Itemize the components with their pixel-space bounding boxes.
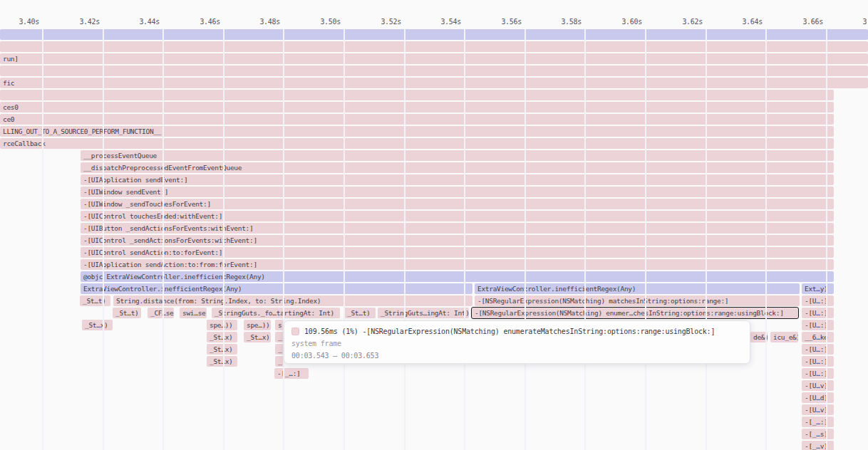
- flame-bar[interactable]: __processEventQueue: [81, 150, 834, 161]
- time-gridline: [706, 29, 707, 450]
- flame-bar[interactable]: @objc ExtraViewController.inefficientReg…: [81, 271, 834, 282]
- instruments-flame-graph: run]ficces0ce0LLING_OUT_TO_A_SOURCE0_PER…: [0, 0, 868, 450]
- flame-bar[interactable]: swi…se: [180, 308, 207, 318]
- tooltip-time-range: 00:03.543 — 00:03.653: [291, 352, 378, 360]
- flame-bar[interactable]: Ext…y): [802, 283, 834, 294]
- flame-bar[interactable]: -[U…:]: [802, 320, 834, 330]
- flame-bar[interactable]: String.distance(from: String.Index, to: …: [113, 295, 472, 306]
- flame-bar[interactable]: -[U…:]: [802, 368, 834, 379]
- flame-bar[interactable]: -[UIApplication sendEvent:]: [81, 174, 834, 185]
- flame-bar[interactable]: _St…x): [207, 344, 237, 355]
- time-tick-label: 3.46s: [192, 17, 220, 26]
- flame-bar[interactable]: [0, 29, 868, 40]
- time-gridline: [404, 29, 405, 450]
- time-ruler[interactable]: 3.40s3.42s3.44s3.46s3.48s3.50s3.52s3.54s…: [0, 0, 868, 29]
- time-tick-label: 3.52s: [373, 17, 401, 26]
- flame-bar[interactable]: icu_e&): [770, 332, 798, 342]
- flame-bar[interactable]: [0, 66, 868, 76]
- flame-bar[interactable]: [0, 90, 834, 100]
- flame-bar[interactable]: [0, 41, 868, 52]
- flame-bar[interactable]: _St…t): [113, 308, 141, 318]
- flame-bar[interactable]: -[U…v]: [802, 380, 834, 391]
- time-gridline: [162, 29, 164, 450]
- flame-bar[interactable]: -[U…:]: [802, 295, 834, 306]
- time-tick-label: 3.40s: [11, 17, 39, 26]
- flame-bar[interactable]: -[U…:]: [802, 356, 834, 367]
- time-gridline: [525, 29, 526, 450]
- flame-bar[interactable]: ce0: [0, 114, 834, 125]
- time-gridline: [645, 29, 646, 450]
- flame-bar[interactable]: -[UIControl sendAction:to:forEvent:]: [81, 247, 834, 258]
- time-gridline: [826, 29, 827, 450]
- time-tick-label: 3.58s: [553, 17, 582, 26]
- tooltip-title: 109.56ms (1%) -[NSRegularExpression(NSMa…: [304, 328, 715, 335]
- flame-bar[interactable]: ExtraViewController.inefficientRegex(Any…: [475, 283, 800, 294]
- flame-bar[interactable]: -[_…:]: [274, 368, 309, 379]
- time-gridline: [765, 29, 767, 450]
- flame-bar[interactable]: -[_…s]: [802, 429, 834, 439]
- flame-area: run]ficces0ce0LLING_OUT_TO_A_SOURCE0_PER…: [0, 0, 868, 450]
- time-tick-label: 3.48s: [252, 17, 280, 26]
- flame-bar[interactable]: -[U…:]: [802, 344, 834, 355]
- flame-bar[interactable]: -[UIWindow sendEvent:]: [81, 187, 834, 197]
- flame-bar[interactable]: __6…ke: [802, 332, 834, 342]
- time-gridline: [283, 29, 284, 450]
- flame-bar[interactable]: run]: [0, 53, 868, 64]
- flame-bar[interactable]: -[NSRegularExpression(NSMatching) matche…: [475, 295, 800, 306]
- flame-bar[interactable]: rceCallback: [0, 138, 834, 149]
- time-gridline: [223, 29, 224, 450]
- time-tick-label: 3.62s: [674, 17, 703, 26]
- flame-bar[interactable]: _St…x): [244, 332, 271, 342]
- flame-bar[interactable]: LLING_OUT_TO_A_SOURCE0_PERFORM_FUNCTION_…: [0, 126, 834, 137]
- time-tick-label: 3.44s: [131, 17, 160, 26]
- flame-bar[interactable]: -[UIControl _sendActionsForEvents:withEv…: [81, 235, 834, 246]
- flame-bar[interactable]: _CF…se: [148, 308, 174, 318]
- flame-bar[interactable]: -[_…:]: [802, 417, 834, 427]
- time-tick-label: 3.60s: [614, 17, 642, 26]
- flame-bar[interactable]: -[UIButton _sendActionsForEvents:withEve…: [81, 223, 834, 234]
- flame-bar[interactable]: ExtraViewController.inefficientRegex(Any…: [81, 283, 472, 294]
- flame-bar[interactable]: spe…)): [244, 320, 271, 330]
- tooltip-category-swatch: [291, 328, 299, 335]
- time-gridline: [343, 29, 345, 450]
- flame-bar[interactable]: -[U…:]: [802, 308, 834, 318]
- flame-bar[interactable]: ces0: [0, 102, 834, 112]
- tooltip-subtitle: system frame: [291, 340, 341, 347]
- flame-bar[interactable]: _St…x): [82, 320, 113, 330]
- flame-bar[interactable]: _StringGuts…ingAt: Int): [378, 308, 469, 318]
- time-tick-label: 3.68s: [854, 17, 868, 26]
- time-tick-label: 3.50s: [312, 17, 341, 26]
- flame-bar[interactable]: spe…)): [207, 320, 237, 330]
- time-tick-label: 3.56s: [493, 17, 522, 26]
- flame-bar[interactable]: -[_…v]: [802, 441, 834, 450]
- flame-bar[interactable]: _StringGuts._fo…tartingAt: Int): [212, 308, 340, 318]
- flame-bar[interactable]: _St…x): [207, 356, 237, 367]
- flame-bar[interactable]: -[U…d]: [802, 392, 834, 403]
- flame-bar[interactable]: -[UIWindow _sendTouchesForEvent:]: [81, 199, 834, 209]
- flame-bar-selected[interactable]: -[NSRegularExpression(NSMatching) enumer…: [472, 308, 798, 318]
- time-gridline: [103, 29, 104, 450]
- time-tick-label: 3.64s: [734, 17, 763, 26]
- flame-bar[interactable]: __dispatchPreprocessedEventFromEventQueu…: [81, 162, 834, 173]
- tooltip: 109.56ms (1%) -[NSRegularExpression(NSMa…: [284, 320, 750, 364]
- flame-bar[interactable]: _St…t): [80, 295, 110, 306]
- time-tick-label: 3.66s: [795, 17, 823, 26]
- time-gridline: [42, 29, 43, 450]
- flame-bar[interactable]: -[UIControl touchesEnded:withEvent:]: [81, 211, 834, 221]
- flame-bar[interactable]: fic: [0, 78, 868, 88]
- flame-bar[interactable]: _St…t): [344, 308, 376, 318]
- time-gridline: [584, 29, 586, 450]
- time-tick-label: 3.42s: [71, 17, 100, 26]
- time-tick-label: 3.54s: [433, 17, 461, 26]
- time-gridline: [464, 29, 465, 450]
- flame-bar[interactable]: _St…x): [207, 332, 237, 342]
- flame-bar[interactable]: -[UIApplication sendAction:to:from:forEv…: [81, 259, 834, 270]
- flame-bar[interactable]: -[U…v]: [802, 404, 834, 415]
